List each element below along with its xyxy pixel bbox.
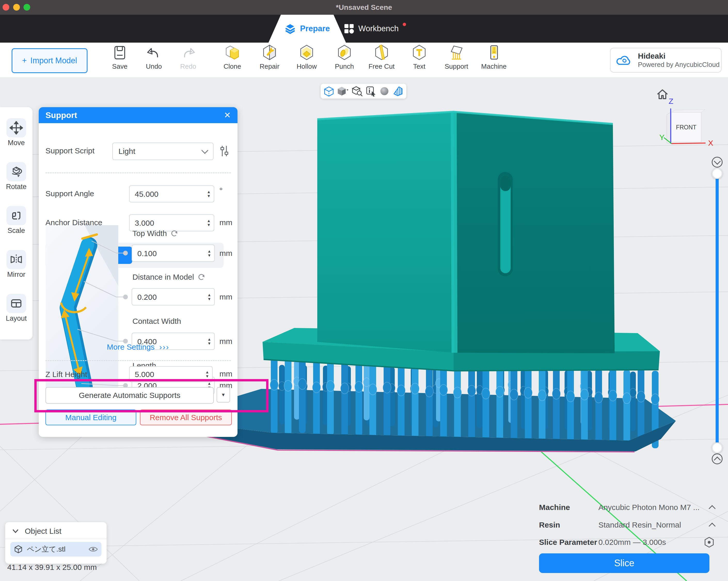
support-script-label: Support Script <box>46 146 95 155</box>
tool-hollow[interactable]: Hollow <box>290 44 324 76</box>
support-angle-stepper[interactable]: ▲▼ <box>207 186 211 202</box>
support-angle-unit: ° <box>219 186 223 195</box>
rotate-icon <box>9 165 23 178</box>
support-angle-input[interactable] <box>130 186 196 202</box>
support-angle-input-box: ▲▼ <box>129 185 214 202</box>
slice-parameter-row: Slice Parameter 0.020mm — 3.000s <box>539 537 714 548</box>
repair-icon <box>261 44 278 61</box>
machine-row: Machine Anycubic Photon Mono M7 ... <box>539 502 714 513</box>
object-info-button[interactable] <box>366 86 376 97</box>
scale-icon <box>9 209 23 222</box>
tool-punch[interactable]: Punch <box>327 44 361 76</box>
sidebar-item-layout[interactable]: Layout <box>0 291 32 335</box>
object-list-panel: Object List ペン立て.stl <box>5 522 107 564</box>
cloud-icon <box>616 54 633 66</box>
top-width-input-box: ▲▼ <box>132 245 215 262</box>
object-list-header[interactable]: Object List <box>12 527 61 535</box>
tab-workbench-label: Workbench <box>358 24 398 33</box>
notification-dot <box>403 23 406 26</box>
zoom-to-object-button[interactable] <box>352 86 363 97</box>
tool-repair[interactable]: Repair <box>253 44 287 76</box>
app-window: *Unsaved Scene Prepare Workbench + Impor… <box>0 0 728 581</box>
layer-clip-slider[interactable] <box>716 174 719 448</box>
divider <box>46 173 231 173</box>
tool-clone[interactable]: Clone <box>215 44 250 76</box>
tool-free-cut[interactable]: Free Cut <box>365 44 398 76</box>
sidebar-item-move[interactable]: Move <box>0 116 32 159</box>
model-dimensions-text: 41.14 x 39.91 x 25.00 mm <box>7 563 97 572</box>
view-cube-front-label[interactable]: FRONT <box>676 124 696 131</box>
resin-value: Standard Resin_Normal <box>598 521 710 529</box>
import-model-button[interactable]: + Import Model <box>11 48 87 73</box>
sphere-icon <box>379 86 390 96</box>
sidebar-item-mirror[interactable]: Mirror <box>0 247 32 291</box>
tool-support[interactable]: Support <box>439 44 473 76</box>
collapse-machine-icon[interactable] <box>709 505 716 512</box>
support-script-select[interactable]: Light <box>112 143 213 160</box>
distance-in-model-stepper[interactable]: ▲▼ <box>207 289 211 305</box>
undo-icon <box>146 44 162 61</box>
layers-icon <box>285 23 296 34</box>
divider <box>46 360 231 361</box>
material-sphere-button[interactable] <box>379 86 390 96</box>
cube-icon <box>14 545 23 554</box>
close-icon[interactable]: ✕ <box>224 110 231 120</box>
support-illustration <box>46 225 118 395</box>
sync-icon <box>197 273 206 281</box>
collapse-resin-icon[interactable] <box>709 523 716 530</box>
tab-prepare-label: Prepare <box>300 24 330 33</box>
cross-section-button[interactable] <box>392 86 404 97</box>
anchor-distance-stepper[interactable]: ▲▼ <box>207 215 211 231</box>
perspective-cube-button[interactable] <box>323 86 334 97</box>
slice-button[interactable]: Slice <box>539 553 709 573</box>
clip-top-collapse-button[interactable] <box>712 157 723 168</box>
machine-value: Anycubic Photon Mono M7 ... <box>598 503 710 512</box>
slice-parameter-label: Slice Parameter <box>539 538 598 547</box>
annotation-highlight-box <box>34 379 268 412</box>
object-list-item[interactable]: ペン立て.stl <box>10 542 101 556</box>
text-icon <box>411 44 427 61</box>
tool-machine[interactable]: Machine <box>477 44 511 76</box>
tab-workbench[interactable]: Workbench <box>344 15 406 43</box>
tool-save[interactable]: Save <box>103 44 137 76</box>
chevron-down-icon <box>12 528 19 535</box>
user-account-panel[interactable]: Hideaki Powered by AnycubicCloud <box>610 48 722 73</box>
sidebar-item-rotate[interactable]: Rotate <box>0 159 32 203</box>
z-axis-label: Z <box>669 97 673 105</box>
object-file-name: ペン立て.stl <box>27 544 84 554</box>
window-title: *Unsaved Scene <box>0 0 728 15</box>
support-panel-header: Support ✕ <box>39 107 237 123</box>
clip-bottom-collapse-button[interactable] <box>712 453 723 464</box>
slice-settings-icon[interactable] <box>704 537 714 548</box>
tab-prepare[interactable]: Prepare <box>268 15 346 43</box>
hollow-icon <box>298 44 315 61</box>
tool-undo[interactable]: Undo <box>137 44 171 76</box>
home-view-button[interactable] <box>656 88 669 102</box>
more-settings-arrows: ››› <box>159 343 170 351</box>
top-width-input[interactable] <box>132 245 197 262</box>
move-icon <box>9 121 23 134</box>
support-panel-title: Support <box>46 110 77 120</box>
resin-row: Resin Standard Resin_Normal <box>539 520 714 530</box>
distance-in-model-input[interactable] <box>132 289 197 305</box>
save-icon <box>111 44 128 61</box>
top-width-stepper[interactable]: ▲▼ <box>207 245 211 261</box>
x-axis-label: X <box>708 139 713 147</box>
support-angle-label: Support Angle <box>46 189 94 198</box>
shading-mode-button[interactable] <box>337 86 349 97</box>
anchor-distance-unit: mm <box>219 218 232 227</box>
info-select-icon <box>366 86 376 97</box>
clip-slider-bottom-handle[interactable] <box>712 442 723 453</box>
distance-in-model-input-box: ▲▼ <box>132 288 215 305</box>
eye-visibility-icon[interactable] <box>88 546 98 553</box>
redo-icon <box>180 44 197 61</box>
home-icon <box>656 88 669 101</box>
clip-slider-top-handle[interactable] <box>712 168 723 179</box>
script-settings-icon[interactable] <box>218 145 230 157</box>
tool-text[interactable]: Text <box>402 44 436 76</box>
tool-redo[interactable]: Redo <box>171 44 205 76</box>
sidebar-item-scale[interactable]: Scale <box>0 203 32 247</box>
model-mesh[interactable] <box>317 111 615 353</box>
more-settings-link[interactable]: More Settings ››› <box>39 343 237 351</box>
section-prism-icon <box>392 86 404 97</box>
